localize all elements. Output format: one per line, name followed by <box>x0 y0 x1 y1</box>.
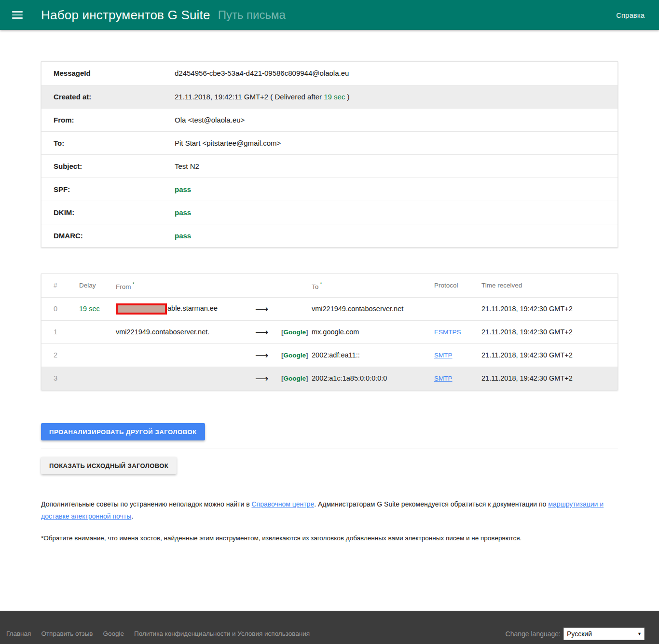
col-from-label: From <box>116 283 131 290</box>
footer-link-home[interactable]: Главная <box>6 630 31 637</box>
footer: Главная Отправить отзыв Google Политика … <box>0 611 659 644</box>
protocol-link[interactable]: SMTP <box>434 375 453 382</box>
dkim-status: pass <box>174 201 618 224</box>
summary-label: SPF: <box>41 178 174 201</box>
menu-icon[interactable] <box>12 11 23 19</box>
summary-value: Test N2 <box>174 154 618 178</box>
hops-table: # Delay From* To* Protocol Time received <box>41 274 618 390</box>
col-protocol: Protocol <box>434 274 481 297</box>
main-content: MessageId d2454956-cbe3-53a4-d421-09586c… <box>41 61 618 543</box>
created-at-text-end: ) <box>347 93 350 101</box>
google-tag: [Google] <box>281 343 311 367</box>
from-footnote-asterisk: * <box>133 281 135 287</box>
hop-protocol <box>434 297 481 320</box>
delivered-after-value: 19 sec <box>324 93 345 101</box>
hop-protocol: SMTP <box>434 367 481 390</box>
google-tag-bracket: ] <box>306 329 308 336</box>
help-note: Дополнительные советы по устранению непо… <box>41 498 605 522</box>
language-label: Change language: <box>506 630 561 638</box>
summary-label: Created at: <box>41 85 174 108</box>
hop-row-3: 3 ⟶ [Google] 2002:a1c:1a85:0:0:0:0:0 SMT… <box>41 367 618 390</box>
hop-num: 2 <box>41 343 79 367</box>
summary-row-created-at: Created at: 21.11.2018, 19:42:11 GMT+2 (… <box>41 85 618 108</box>
summary-row-dkim: DKIM: pass <box>41 201 618 224</box>
help-center-link[interactable]: Справочном центре <box>251 500 314 508</box>
summary-row-dmarc: DMARC: pass <box>41 224 618 247</box>
summary-value: Pit Start <pitstartee@gmail.com> <box>174 131 618 154</box>
created-at-text: 21.11.2018, 19:42:11 GMT+2 ( Delivered a… <box>175 93 322 101</box>
summary-row-to: To: Pit Start <pitstartee@gmail.com> <box>41 131 618 154</box>
hop-row-2: 2 ⟶ [Google] 2002:adf:ea11:: SMTP 21.11.… <box>41 343 618 367</box>
summary-label: DMARC: <box>41 224 174 247</box>
hop-to: 2002:adf:ea11:: <box>311 343 434 367</box>
hop-from-host: able.starman.ee <box>167 304 218 312</box>
google-tag-bracket: ] <box>306 375 308 382</box>
summary-row-subject: Subject: Test N2 <box>41 154 618 178</box>
spf-status: pass <box>174 178 618 201</box>
to-footnote-asterisk: * <box>320 281 322 287</box>
redaction-box <box>116 303 167 315</box>
app-bar: Набор инструментов G Suite Путь письма С… <box>0 0 659 30</box>
summary-label: To: <box>41 131 174 154</box>
protocol-link[interactable]: ESMTPS <box>434 329 461 336</box>
footer-link-privacy-terms[interactable]: Политика конфиденциальности и Условия ис… <box>134 630 310 637</box>
app-subtitle: Путь письма <box>218 8 286 22</box>
google-tag: [Google] <box>281 320 311 343</box>
col-to-label: To <box>312 283 318 290</box>
arrow-icon: ⟶ <box>255 297 281 320</box>
dmarc-status: pass <box>174 224 618 247</box>
hop-num: 3 <box>41 367 79 390</box>
google-tag-bracket: ] <box>306 352 308 359</box>
col-from: From* <box>115 274 255 297</box>
hop-protocol: ESMTPS <box>434 320 481 343</box>
summary-label: From: <box>41 108 174 131</box>
hop-time: 21.11.2018, 19:42:30 GMT+2 <box>481 297 618 320</box>
language-switcher: Change language: Русский ▼ <box>506 628 645 640</box>
analyze-another-header-button[interactable]: ПРОАНАЛИЗИРОВАТЬ ДРУГОЙ ЗАГОЛОВОК <box>41 423 205 440</box>
google-tag-name: Google <box>284 329 306 336</box>
hop-time: 21.11.2018, 19:42:30 GMT+2 <box>481 343 618 367</box>
hop-from <box>115 367 255 390</box>
summary-row-messageid: MessageId d2454956-cbe3-53a4-d421-09586c… <box>41 62 618 85</box>
summary-value: Ola <test@olaola.eu> <box>174 108 618 131</box>
hop-to: vmi221949.contaboserver.net <box>311 297 434 320</box>
summary-table: MessageId d2454956-cbe3-53a4-d421-09586c… <box>41 62 618 247</box>
show-original-header-button[interactable]: ПОКАЗАТЬ ИСХОДНЫЙ ЗАГОЛОВОК <box>41 457 177 474</box>
hops-header-row: # Delay From* To* Protocol Time received <box>41 274 618 297</box>
summary-value: d2454956-cbe3-53a4-d421-09586c809944@ola… <box>174 62 618 85</box>
summary-label: Subject: <box>41 154 174 178</box>
summary-label: MessageId <box>41 62 174 85</box>
hostname-disclaimer: *Обратите внимание, что имена хостов, на… <box>41 534 618 543</box>
help-note-text: Дополнительные советы по устранению непо… <box>41 500 251 508</box>
summary-value: 21.11.2018, 19:42:11 GMT+2 ( Delivered a… <box>174 85 618 108</box>
protocol-link[interactable]: SMTP <box>434 352 453 359</box>
hop-to: 2002:a1c:1a85:0:0:0:0:0 <box>311 367 434 390</box>
hop-protocol: SMTP <box>434 343 481 367</box>
hop-delay: 19 sec <box>79 297 115 320</box>
hop-row-1: 1 vmi221949.contaboserver.net. ⟶ [Google… <box>41 320 618 343</box>
hop-delay <box>79 320 115 343</box>
hop-delay <box>79 343 115 367</box>
hop-from: able.starman.ee <box>115 297 255 320</box>
hop-delay <box>79 367 115 390</box>
summary-row-from: From: Ola <test@olaola.eu> <box>41 108 618 131</box>
help-note-text: . <box>131 512 133 520</box>
divider <box>41 449 618 449</box>
google-tag-name: Google <box>284 352 306 359</box>
hop-row-0: 0 19 sec able.starman.ee ⟶ vmi221949.con… <box>41 297 618 320</box>
language-select[interactable]: Русский <box>563 628 645 640</box>
arrow-icon: ⟶ <box>255 320 281 343</box>
footer-link-google[interactable]: Google <box>103 630 124 637</box>
help-link[interactable]: Справка <box>616 11 645 19</box>
arrow-icon: ⟶ <box>255 367 281 390</box>
hop-from: vmi221949.contaboserver.net. <box>115 320 255 343</box>
col-num: # <box>41 274 79 297</box>
app-title: Набор инструментов G Suite <box>41 8 210 23</box>
message-summary-card: MessageId d2454956-cbe3-53a4-d421-09586c… <box>41 61 618 247</box>
footer-link-feedback[interactable]: Отправить отзыв <box>41 630 93 637</box>
summary-row-spf: SPF: pass <box>41 178 618 201</box>
summary-label: DKIM: <box>41 201 174 224</box>
hop-from <box>115 343 255 367</box>
hop-time: 21.11.2018, 19:42:30 GMT+2 <box>481 320 618 343</box>
hops-card: # Delay From* To* Protocol Time received <box>41 274 618 390</box>
